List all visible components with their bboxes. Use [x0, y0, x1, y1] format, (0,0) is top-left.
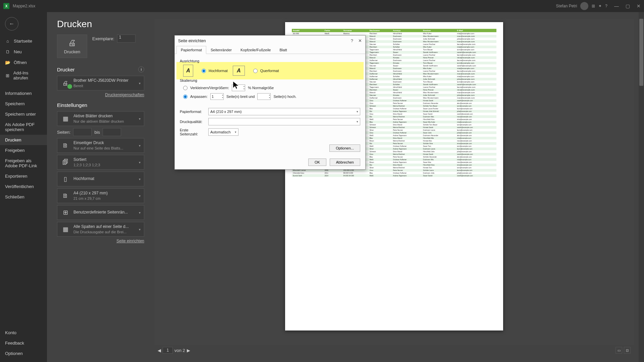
first-page-label: Erste Seitenzahl: — [180, 128, 205, 136]
landscape-label: Querformat — [260, 69, 279, 73]
options-button[interactable]: Optionen... — [329, 144, 360, 152]
fit-wide-label: Seite(n) breit und — [226, 95, 255, 99]
normal-size-label: % Normalgröße — [248, 86, 274, 90]
scaling-group-label: Skalierung — [180, 78, 360, 82]
fit-tall-label: Seite(n) hoch. — [273, 95, 296, 99]
adjust-percent-input[interactable] — [232, 84, 245, 91]
adjust-radio-input[interactable] — [183, 86, 187, 90]
portrait-label: Hochformat — [209, 69, 228, 73]
page-setup-dialog: Seite einrichten ? ✕ PapierformatSeitenr… — [174, 35, 366, 170]
print-quality-combo[interactable] — [208, 118, 360, 125]
dialog-tab-0[interactable]: Papierformat — [176, 46, 206, 54]
cancel-button[interactable]: Abbrechen — [330, 159, 360, 166]
paper-format-label: Papierformat: — [180, 110, 205, 114]
help-icon[interactable]: ? — [351, 38, 353, 43]
dialog-tab-2[interactable]: Kopfzeile/Fußzeile — [236, 46, 275, 54]
adjust-radio[interactable]: Verkleinern/Vergrößern: % Normalgröße — [183, 84, 360, 91]
paper-format-combo[interactable]: A4 (210 x 297 mm) — [208, 108, 360, 115]
ok-button[interactable]: OK — [308, 159, 326, 166]
landscape-radio[interactable]: Querformat — [253, 69, 279, 73]
fit-radio[interactable]: Anpassen: 1 Seite(n) breit und Seite(n) … — [183, 93, 360, 100]
dialog-tab-3[interactable]: Blatt — [275, 46, 291, 54]
landscape-radio-input[interactable] — [253, 69, 258, 73]
adjust-label: Verkleinern/Vergrößern: — [190, 86, 229, 90]
landscape-icon: A — [233, 66, 245, 76]
fit-tall-input[interactable] — [257, 93, 271, 100]
fit-wide-input[interactable]: 1 — [210, 93, 224, 100]
portrait-radio[interactable]: Hochformat — [202, 69, 228, 73]
first-page-input[interactable]: Automatisch — [208, 128, 238, 136]
dialog-overlay: Seite einrichten ? ✕ PapierformatSeitenr… — [0, 0, 644, 362]
print-quality-label: Druckqualität: — [180, 120, 205, 124]
close-icon[interactable]: ✕ — [358, 38, 362, 43]
dialog-title: Seite einrichten — [178, 39, 206, 43]
fit-radio-input[interactable] — [183, 95, 187, 99]
dialog-tab-1[interactable]: Seitenränder — [206, 46, 236, 54]
portrait-icon: A — [183, 65, 193, 77]
fit-label: Anpassen: — [190, 95, 208, 99]
dialog-tabs: PapierformatSeitenränderKopfzeile/Fußzei… — [175, 46, 365, 54]
portrait-radio-input[interactable] — [202, 69, 206, 73]
